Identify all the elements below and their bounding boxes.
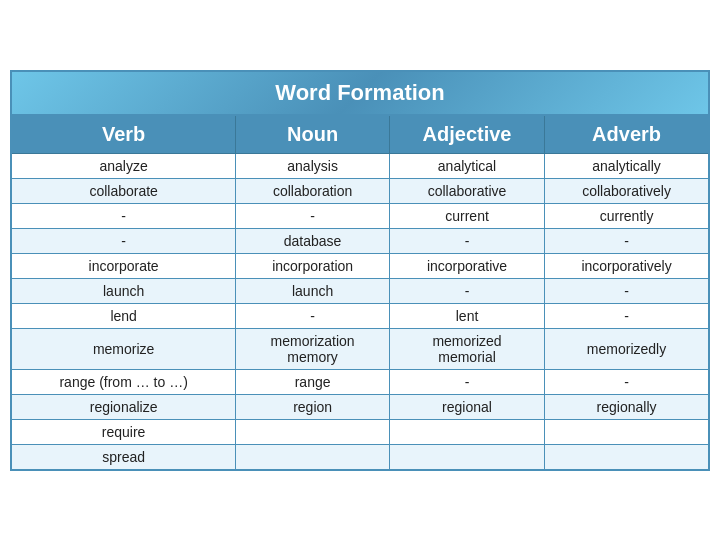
table-cell: spread: [11, 444, 236, 470]
table-cell: incorporation: [236, 253, 390, 278]
table-row: range (from … to …)range--: [11, 369, 709, 394]
word-formation-table: Word Formation Verb Noun Adjective Adver…: [10, 70, 710, 471]
table-cell: -: [11, 228, 236, 253]
table-row: --currentcurrently: [11, 203, 709, 228]
table-cell: regionalize: [11, 394, 236, 419]
table-row: regionalizeregionregionalregionally: [11, 394, 709, 419]
table-cell: range: [236, 369, 390, 394]
table-row: lend-lent-: [11, 303, 709, 328]
table-cell: require: [11, 419, 236, 444]
table-cell: launch: [236, 278, 390, 303]
table-cell: current: [389, 203, 544, 228]
table-cell: memorizedmemorial: [389, 328, 544, 369]
header-noun: Noun: [236, 115, 390, 154]
header-adjective: Adjective: [389, 115, 544, 154]
table-cell: memorize: [11, 328, 236, 369]
title-row: Word Formation: [11, 71, 709, 115]
header-adverb: Adverb: [545, 115, 709, 154]
table-cell: lent: [389, 303, 544, 328]
table-cell: lend: [11, 303, 236, 328]
table-row: analyzeanalysisanalyticalanalytically: [11, 153, 709, 178]
table-cell: memorizedly: [545, 328, 709, 369]
table-cell: [545, 419, 709, 444]
table-cell: collaboration: [236, 178, 390, 203]
table-cell: [389, 419, 544, 444]
table-cell: analysis: [236, 153, 390, 178]
table-cell: regionally: [545, 394, 709, 419]
table-cell: [545, 444, 709, 470]
table-row: collaboratecollaborationcollaborativecol…: [11, 178, 709, 203]
table-cell: incorporate: [11, 253, 236, 278]
table-row: spread: [11, 444, 709, 470]
table-cell: incorporatively: [545, 253, 709, 278]
table-cell: collaborative: [389, 178, 544, 203]
table-row: require: [11, 419, 709, 444]
table-row: launchlaunch--: [11, 278, 709, 303]
table-cell: collaboratively: [545, 178, 709, 203]
table-cell: analytically: [545, 153, 709, 178]
table-cell: [236, 444, 390, 470]
table-cell: -: [389, 228, 544, 253]
table-cell: -: [236, 203, 390, 228]
table-cell: collaborate: [11, 178, 236, 203]
table-cell: -: [545, 228, 709, 253]
table-row: incorporateincorporationincorporativeinc…: [11, 253, 709, 278]
table-cell: -: [389, 369, 544, 394]
table-cell: range (from … to …): [11, 369, 236, 394]
table-cell: -: [389, 278, 544, 303]
table-cell: currently: [545, 203, 709, 228]
table-cell: incorporative: [389, 253, 544, 278]
table-cell: -: [236, 303, 390, 328]
table-cell: analytical: [389, 153, 544, 178]
table-cell: -: [545, 369, 709, 394]
table-cell: regional: [389, 394, 544, 419]
table-cell: database: [236, 228, 390, 253]
table-cell: analyze: [11, 153, 236, 178]
table-cell: region: [236, 394, 390, 419]
header-row: Verb Noun Adjective Adverb: [11, 115, 709, 154]
table-title: Word Formation: [11, 71, 709, 115]
table-cell: [389, 444, 544, 470]
table-cell: [236, 419, 390, 444]
table-cell: -: [545, 278, 709, 303]
table-row: memorizememorizationmemorymemorizedmemor…: [11, 328, 709, 369]
table-cell: -: [545, 303, 709, 328]
table-cell: memorizationmemory: [236, 328, 390, 369]
table-cell: -: [11, 203, 236, 228]
table-cell: launch: [11, 278, 236, 303]
table-row: -database--: [11, 228, 709, 253]
header-verb: Verb: [11, 115, 236, 154]
